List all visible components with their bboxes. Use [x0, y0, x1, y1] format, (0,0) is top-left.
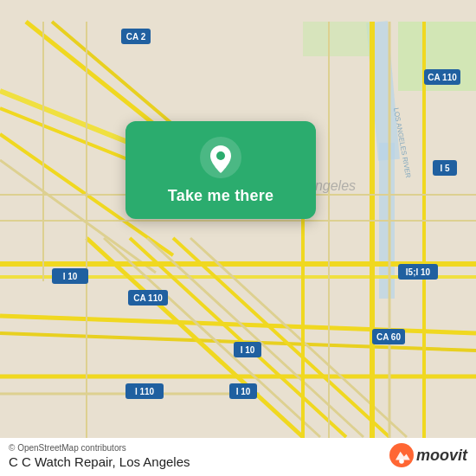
svg-point-59 [399, 459, 404, 464]
svg-text:CA 110: CA 110 [428, 73, 457, 82]
svg-text:I 10: I 10 [63, 272, 78, 281]
take-me-there-button[interactable]: Take me there [168, 187, 273, 205]
map-container: CA 2 CA 110 US 101 I 5 I 10 CA 110 I 10 … [0, 0, 476, 476]
svg-text:I 5: I 5 [440, 164, 450, 173]
moovit-text: moovit [416, 447, 467, 465]
moovit-icon [389, 443, 414, 467]
svg-text:I5;I 10: I5;I 10 [406, 267, 431, 277]
svg-point-57 [216, 151, 225, 160]
svg-text:I 10: I 10 [241, 345, 255, 355]
svg-text:CA 60: CA 60 [376, 332, 401, 342]
navigation-card: Take me there [125, 121, 316, 219]
location-pin-icon [200, 137, 241, 178]
svg-text:CA 110: CA 110 [133, 293, 163, 303]
map-background: CA 2 CA 110 US 101 I 5 I 10 CA 110 I 10 … [0, 0, 476, 476]
moovit-logo: moovit [389, 443, 467, 467]
svg-text:I 10: I 10 [236, 387, 251, 396]
svg-text:CA 2: CA 2 [126, 32, 146, 42]
svg-text:I 110: I 110 [135, 387, 155, 396]
svg-rect-4 [303, 22, 372, 56]
